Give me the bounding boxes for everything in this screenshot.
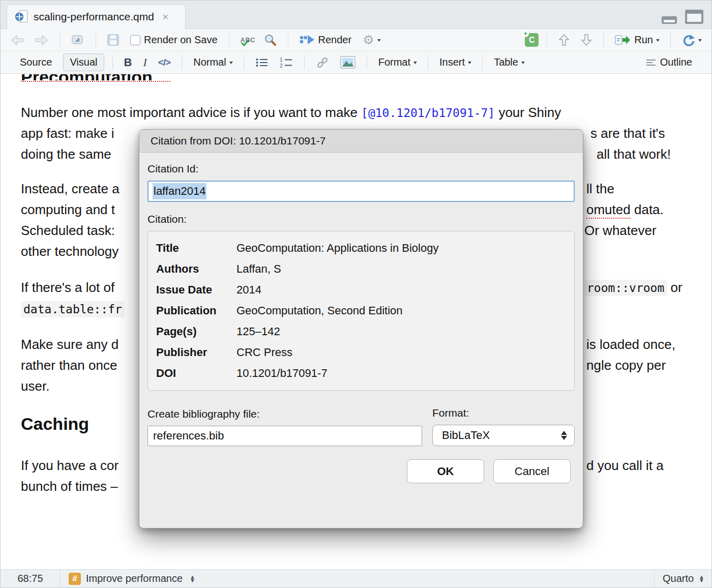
- citation-id-input[interactable]: laffan2014: [147, 181, 575, 202]
- italic-button[interactable]: I: [140, 54, 150, 71]
- format-select-value: BibLaTeX: [442, 429, 490, 442]
- open-in-window-icon[interactable]: [68, 33, 87, 48]
- outline-icon: [645, 58, 657, 67]
- minimize-pane-icon[interactable]: [662, 16, 677, 24]
- render-button[interactable]: Render: [296, 32, 355, 48]
- doc-line: room::vroom or: [584, 279, 683, 297]
- render-icon: [300, 35, 315, 45]
- cursor-position: 68:75: [1, 570, 61, 587]
- bibliography-file-input[interactable]: [147, 426, 422, 446]
- render-on-save-toggle[interactable]: Render on Save: [127, 32, 221, 48]
- outline-toggle[interactable]: Outline: [642, 54, 695, 70]
- insert-menu[interactable]: Insert ▾: [436, 54, 474, 70]
- run-button[interactable]: Run ▾: [612, 32, 662, 48]
- format-select[interactable]: BibLaTeX: [432, 425, 575, 446]
- caret-down-icon: ▾: [413, 60, 417, 65]
- status-bar: 68:75 # Improve performance ▲▼ Quarto ▲▼: [1, 569, 712, 587]
- inline-code: room::vroom: [584, 280, 667, 296]
- doc-line: Or whatever: [584, 222, 657, 239]
- doc-line: bunch of times –: [21, 478, 118, 495]
- numbered-list-icon[interactable]: 12: [277, 55, 296, 70]
- doc-line: d you call it a: [586, 457, 664, 474]
- section-name: Improve performance: [86, 573, 183, 584]
- field-value: CRC Press: [236, 346, 566, 359]
- format-menu[interactable]: Format ▾: [375, 54, 420, 70]
- field-label: Publisher: [156, 346, 236, 359]
- hash-icon: #: [69, 573, 81, 585]
- back-icon[interactable]: [8, 33, 27, 48]
- field-value: Laffan, S: [236, 262, 566, 276]
- caret-down-icon: ▾: [698, 37, 702, 43]
- code-button[interactable]: </>: [155, 55, 173, 70]
- mode-selector[interactable]: Quarto ▲▼: [654, 570, 712, 587]
- rstudio-window: scaling-performance.qmd × Render on Save: [0, 0, 712, 588]
- format-toolbar: Source Visual B I </> Normal ▾ 12 Format…: [1, 51, 711, 74]
- field-value: 10.1201/b17091-7: [236, 367, 566, 380]
- cancel-button[interactable]: Cancel: [493, 459, 571, 483]
- run-previous-icon[interactable]: [555, 32, 573, 48]
- tab-scaling-performance[interactable]: scaling-performance.qmd ×: [7, 4, 186, 29]
- bold-button[interactable]: B: [121, 54, 135, 71]
- doc-line: If there's a lot of: [21, 279, 114, 296]
- image-icon[interactable]: [337, 54, 359, 71]
- doc-line: ll the: [586, 180, 614, 197]
- doc-line: computing and t: [21, 201, 115, 218]
- svg-text:1: 1: [280, 57, 283, 63]
- bullet-list-icon[interactable]: [252, 55, 272, 70]
- caret-down-icon: ▾: [521, 60, 525, 65]
- source-mode-button[interactable]: Source: [14, 54, 58, 71]
- caret-down-icon: ▾: [468, 60, 471, 65]
- spellcheck-icon[interactable]: ABC: [238, 33, 256, 48]
- tab-close-icon[interactable]: ×: [162, 11, 168, 23]
- ok-button[interactable]: OK: [407, 459, 484, 483]
- doc-line: If you have a cor: [21, 457, 118, 474]
- svg-text:2: 2: [280, 63, 283, 68]
- insert-chunk-button[interactable]: C+: [525, 33, 539, 47]
- doc-line: user.: [21, 377, 49, 395]
- field-label: Publication: [156, 304, 236, 317]
- doc-line: Instead, create a: [21, 180, 120, 197]
- up-down-icon: ▲▼: [190, 575, 195, 581]
- field-label: Issue Date: [156, 283, 236, 297]
- field-label: Page(s): [156, 325, 236, 338]
- section-navigator[interactable]: # Improve performance ▲▼: [61, 573, 195, 585]
- forward-icon[interactable]: [32, 33, 51, 48]
- dialog-title: Citation from DOI: 10.1201/b17091-7: [139, 130, 583, 153]
- run-next-icon[interactable]: [578, 32, 595, 48]
- main-toolbar: Render on Save ABC Render ⚙ ▾ C+: [1, 29, 711, 51]
- doc-line: data.table::fr: [21, 300, 125, 318]
- doc-line: rather than once: [21, 357, 117, 374]
- find-icon[interactable]: [261, 32, 280, 48]
- caret-down-icon: ▾: [656, 37, 660, 43]
- doc-line: Scheduled task:: [21, 222, 115, 239]
- save-icon[interactable]: [104, 32, 122, 48]
- render-on-save-label: Render on Save: [144, 34, 218, 46]
- link-icon[interactable]: [313, 54, 332, 71]
- citation-id-label: Citation Id:: [147, 163, 575, 175]
- field-value: 2014: [236, 283, 566, 297]
- field-value: GeoComputation, Second Edition: [236, 304, 566, 317]
- doc-line: doing the same: [21, 145, 111, 163]
- render-options-button[interactable]: ⚙ ▾: [360, 32, 383, 48]
- field-label: Title: [156, 242, 236, 255]
- doc-line: s are that it's: [590, 125, 665, 142]
- render-on-save-checkbox[interactable]: [130, 35, 140, 45]
- sync-icon: [682, 34, 695, 46]
- table-menu[interactable]: Table ▾: [491, 54, 527, 70]
- citation-preview-panel: TitleGeoComputation: Applications in Bio…: [147, 231, 575, 391]
- bibliography-label: Create bibliography file:: [147, 408, 422, 420]
- inline-code: data.table::fr: [21, 301, 125, 317]
- field-label: Authors: [156, 262, 236, 276]
- heading-precomputation: Precomputation: [21, 74, 153, 80]
- maximize-pane-icon[interactable]: [685, 10, 703, 24]
- doc-line: omuted data.: [586, 201, 664, 218]
- up-down-icon: ▲▼: [699, 575, 704, 581]
- doc-line: is loaded once,: [586, 336, 675, 353]
- visual-mode-button[interactable]: Visual: [63, 53, 104, 71]
- paragraph-style-dropdown[interactable]: Normal ▾: [190, 54, 235, 70]
- select-stepper-icon: [561, 431, 567, 440]
- field-value: GeoComputation: Applications in Biology: [236, 242, 566, 255]
- doc-line: Number one most important advice is if y…: [21, 104, 561, 122]
- plus-icon: +: [522, 30, 529, 37]
- rerun-button[interactable]: ▾: [679, 32, 704, 48]
